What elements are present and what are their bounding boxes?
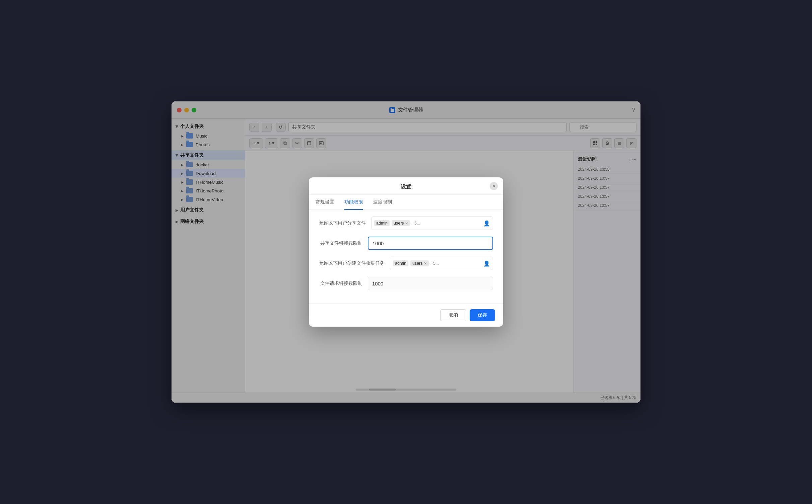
collect-link-limit-row: 文件请求链接数限制 [319,277,493,290]
tag-admin: admin [374,220,390,226]
share-link-limit-label: 共享文件链接数限制 [319,240,362,246]
collect-users-label: 允许以下用户创建文件收集任务 [319,260,385,266]
modal-footer: 取消 保存 [309,304,503,327]
cancel-button[interactable]: 取消 [440,309,466,321]
user-add-icon-collect[interactable]: 👤 [483,260,490,267]
settings-modal: 设置 ✕ 常规设置 功能权限 速度限制 允许以下用户分享文件 admin [309,177,503,327]
collect-link-limit-input[interactable] [368,277,493,290]
collect-link-limit-label: 文件请求链接数限制 [319,280,362,286]
collect-users-row: 允许以下用户创建文件收集任务 admin users ✕ +5... 👤 [319,257,493,270]
collect-users-input[interactable]: admin users ✕ +5... 👤 [390,257,493,270]
tag-remove-users-collect[interactable]: ✕ [424,261,427,266]
tag-admin-collect: admin [393,260,408,266]
modal-title: 设置 [401,183,411,190]
tab-permissions[interactable]: 功能权限 [344,195,363,210]
app-window: 文件管理器 ? ▶ 个人文件夹 ▶ Music ▶ Ph [172,101,640,403]
share-link-limit-input[interactable] [368,237,493,250]
modal-tabs: 常规设置 功能权限 速度限制 [309,195,503,210]
modal-header: 设置 ✕ [309,177,503,195]
user-add-icon[interactable]: 👤 [483,220,490,227]
tag-users: users ✕ [392,220,410,226]
modal-overlay: 设置 ✕ 常规设置 功能权限 速度限制 允许以下用户分享文件 admin [172,101,640,403]
tag-users-collect: users ✕ [410,260,429,266]
modal-close-button[interactable]: ✕ [490,182,498,190]
modal-body: 允许以下用户分享文件 admin users ✕ +5... 👤 [309,210,503,304]
tab-general[interactable]: 常规设置 [316,195,334,210]
collect-users-more: +5... [431,261,439,266]
tab-speed[interactable]: 速度限制 [373,195,392,210]
tag-remove-users[interactable]: ✕ [405,221,408,226]
save-button[interactable]: 保存 [470,309,495,321]
share-users-label: 允许以下用户分享文件 [319,220,366,226]
share-users-row: 允许以下用户分享文件 admin users ✕ +5... 👤 [319,217,493,230]
share-users-input[interactable]: admin users ✕ +5... 👤 [371,217,493,230]
share-users-more: +5... [412,221,420,226]
share-link-limit-row: 共享文件链接数限制 [319,237,493,250]
